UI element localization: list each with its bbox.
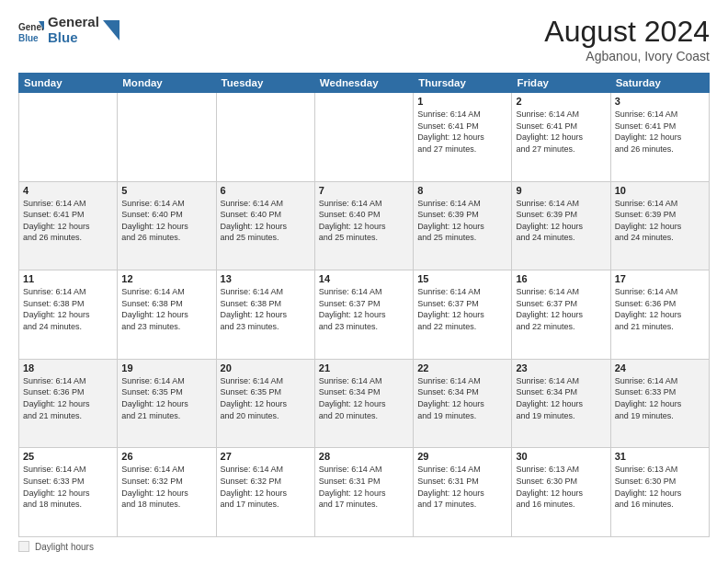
- day-number: 1: [417, 96, 507, 107]
- calendar-cell: 19Sunrise: 6:14 AM Sunset: 6:35 PM Dayli…: [118, 359, 216, 448]
- day-info: Sunrise: 6:14 AM Sunset: 6:41 PM Dayligh…: [516, 109, 606, 155]
- calendar-cell: 13Sunrise: 6:14 AM Sunset: 6:38 PM Dayli…: [216, 270, 314, 360]
- day-info: Sunrise: 6:14 AM Sunset: 6:41 PM Dayligh…: [615, 109, 705, 155]
- day-info: Sunrise: 6:14 AM Sunset: 6:32 PM Dayligh…: [221, 464, 311, 510]
- day-info: Sunrise: 6:14 AM Sunset: 6:32 PM Dayligh…: [121, 464, 211, 510]
- day-number: 23: [516, 362, 606, 373]
- calendar-cell: 27Sunrise: 6:14 AM Sunset: 6:32 PM Dayli…: [216, 448, 314, 537]
- calendar-cell: 28Sunrise: 6:14 AM Sunset: 6:31 PM Dayli…: [314, 448, 413, 537]
- day-number: 9: [516, 185, 606, 196]
- day-number: 29: [417, 451, 507, 462]
- day-info: Sunrise: 6:14 AM Sunset: 6:39 PM Dayligh…: [516, 198, 606, 244]
- calendar-table: Sunday Monday Tuesday Wednesday Thursday…: [18, 73, 710, 537]
- day-number: 24: [615, 362, 705, 373]
- day-info: Sunrise: 6:14 AM Sunset: 6:31 PM Dayligh…: [319, 464, 409, 510]
- calendar-week-row: 4Sunrise: 6:14 AM Sunset: 6:41 PM Daylig…: [19, 181, 710, 270]
- calendar-cell: [314, 93, 413, 182]
- day-info: Sunrise: 6:14 AM Sunset: 6:39 PM Dayligh…: [615, 198, 705, 244]
- title-block: August 2024 Agbanou, Ivory Coast: [544, 15, 710, 63]
- legend-box: [18, 541, 29, 552]
- calendar-cell: 20Sunrise: 6:14 AM Sunset: 6:35 PM Dayli…: [216, 359, 314, 448]
- day-number: 26: [121, 451, 211, 462]
- day-number: 18: [23, 362, 113, 373]
- calendar-header-row: Sunday Monday Tuesday Wednesday Thursday…: [19, 74, 710, 93]
- col-saturday: Saturday: [610, 74, 709, 93]
- calendar-cell: 24Sunrise: 6:14 AM Sunset: 6:33 PM Dayli…: [610, 359, 709, 448]
- day-info: Sunrise: 6:14 AM Sunset: 6:41 PM Dayligh…: [23, 198, 113, 244]
- day-number: 8: [417, 185, 507, 196]
- day-info: Sunrise: 6:14 AM Sunset: 6:34 PM Dayligh…: [319, 375, 409, 421]
- calendar-cell: 22Sunrise: 6:14 AM Sunset: 6:34 PM Dayli…: [414, 359, 512, 448]
- calendar-cell: 18Sunrise: 6:14 AM Sunset: 6:36 PM Dayli…: [19, 359, 118, 448]
- day-number: 20: [221, 362, 311, 373]
- day-info: Sunrise: 6:14 AM Sunset: 6:33 PM Dayligh…: [615, 375, 705, 421]
- day-number: 11: [23, 273, 113, 284]
- day-info: Sunrise: 6:14 AM Sunset: 6:38 PM Dayligh…: [221, 286, 311, 332]
- day-number: 3: [615, 96, 705, 107]
- calendar-cell: 2Sunrise: 6:14 AM Sunset: 6:41 PM Daylig…: [512, 93, 610, 182]
- calendar-cell: [216, 93, 314, 182]
- day-info: Sunrise: 6:14 AM Sunset: 6:40 PM Dayligh…: [319, 198, 409, 244]
- calendar-cell: [19, 93, 118, 182]
- logo-blue: Blue: [48, 30, 99, 46]
- calendar-cell: 10Sunrise: 6:14 AM Sunset: 6:39 PM Dayli…: [610, 181, 709, 270]
- calendar-cell: 21Sunrise: 6:14 AM Sunset: 6:34 PM Dayli…: [314, 359, 413, 448]
- day-number: 19: [121, 362, 211, 373]
- day-number: 25: [23, 451, 113, 462]
- calendar-cell: 5Sunrise: 6:14 AM Sunset: 6:40 PM Daylig…: [118, 181, 216, 270]
- day-info: Sunrise: 6:14 AM Sunset: 6:33 PM Dayligh…: [23, 464, 113, 510]
- calendar-week-row: 1Sunrise: 6:14 AM Sunset: 6:41 PM Daylig…: [19, 93, 710, 182]
- day-number: 28: [319, 451, 409, 462]
- col-monday: Monday: [118, 74, 216, 93]
- day-number: 13: [221, 273, 311, 284]
- location: Agbanou, Ivory Coast: [544, 49, 710, 63]
- day-number: 7: [319, 185, 409, 196]
- day-number: 27: [221, 451, 311, 462]
- day-info: Sunrise: 6:14 AM Sunset: 6:37 PM Dayligh…: [319, 286, 409, 332]
- calendar-cell: 15Sunrise: 6:14 AM Sunset: 6:37 PM Dayli…: [414, 270, 512, 360]
- day-number: 31: [615, 451, 705, 462]
- day-info: Sunrise: 6:14 AM Sunset: 6:35 PM Dayligh…: [221, 375, 311, 421]
- day-number: 22: [417, 362, 507, 373]
- month-title: August 2024: [544, 15, 710, 49]
- calendar-cell: 3Sunrise: 6:14 AM Sunset: 6:41 PM Daylig…: [610, 93, 709, 182]
- calendar-cell: 16Sunrise: 6:14 AM Sunset: 6:37 PM Dayli…: [512, 270, 610, 360]
- logo-icon: General Blue: [18, 17, 44, 43]
- calendar-cell: 8Sunrise: 6:14 AM Sunset: 6:39 PM Daylig…: [414, 181, 512, 270]
- day-number: 15: [417, 273, 507, 284]
- calendar-cell: [118, 93, 216, 182]
- calendar-cell: 17Sunrise: 6:14 AM Sunset: 6:36 PM Dayli…: [610, 270, 709, 360]
- day-info: Sunrise: 6:14 AM Sunset: 6:41 PM Dayligh…: [417, 109, 507, 155]
- calendar-cell: 1Sunrise: 6:14 AM Sunset: 6:41 PM Daylig…: [414, 93, 512, 182]
- logo-general: General: [48, 15, 99, 30]
- day-info: Sunrise: 6:14 AM Sunset: 6:39 PM Dayligh…: [417, 198, 507, 244]
- day-info: Sunrise: 6:14 AM Sunset: 6:31 PM Dayligh…: [417, 464, 507, 510]
- calendar-cell: 26Sunrise: 6:14 AM Sunset: 6:32 PM Dayli…: [118, 448, 216, 537]
- day-number: 10: [615, 185, 705, 196]
- calendar-cell: 9Sunrise: 6:14 AM Sunset: 6:39 PM Daylig…: [512, 181, 610, 270]
- calendar-cell: 31Sunrise: 6:13 AM Sunset: 6:30 PM Dayli…: [610, 448, 709, 537]
- day-number: 4: [23, 185, 113, 196]
- day-number: 5: [121, 185, 211, 196]
- col-friday: Friday: [512, 74, 610, 93]
- svg-text:Blue: Blue: [18, 33, 39, 43]
- day-info: Sunrise: 6:14 AM Sunset: 6:36 PM Dayligh…: [615, 286, 705, 332]
- page: General Blue General Blue August 2024 Ag…: [0, 0, 728, 563]
- day-number: 6: [221, 185, 311, 196]
- day-info: Sunrise: 6:14 AM Sunset: 6:37 PM Dayligh…: [516, 286, 606, 332]
- col-sunday: Sunday: [19, 74, 118, 93]
- day-number: 12: [121, 273, 211, 284]
- day-number: 30: [516, 451, 606, 462]
- day-info: Sunrise: 6:14 AM Sunset: 6:34 PM Dayligh…: [417, 375, 507, 421]
- day-info: Sunrise: 6:13 AM Sunset: 6:30 PM Dayligh…: [516, 464, 606, 510]
- calendar-cell: 4Sunrise: 6:14 AM Sunset: 6:41 PM Daylig…: [19, 181, 118, 270]
- logo: General Blue General Blue: [18, 15, 119, 45]
- day-info: Sunrise: 6:14 AM Sunset: 6:40 PM Dayligh…: [221, 198, 311, 244]
- day-number: 14: [319, 273, 409, 284]
- calendar-cell: 25Sunrise: 6:14 AM Sunset: 6:33 PM Dayli…: [19, 448, 118, 537]
- calendar-cell: 6Sunrise: 6:14 AM Sunset: 6:40 PM Daylig…: [216, 181, 314, 270]
- day-number: 16: [516, 273, 606, 284]
- calendar-week-row: 18Sunrise: 6:14 AM Sunset: 6:36 PM Dayli…: [19, 359, 710, 448]
- legend: Daylight hours: [18, 541, 710, 552]
- day-info: Sunrise: 6:14 AM Sunset: 6:35 PM Dayligh…: [121, 375, 211, 421]
